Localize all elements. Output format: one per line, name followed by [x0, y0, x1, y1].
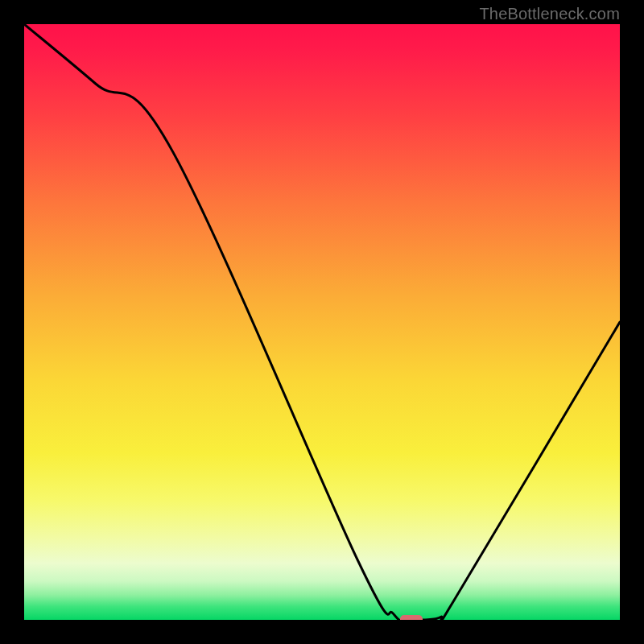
- watermark-label: TheBottleneck.com: [479, 5, 620, 23]
- chart-container: TheBottleneck.com: [0, 0, 644, 644]
- plot-area: [24, 24, 620, 620]
- gradient-background: [24, 24, 620, 620]
- optimal-point-marker: [400, 615, 423, 620]
- bottleneck-chart: [24, 24, 620, 620]
